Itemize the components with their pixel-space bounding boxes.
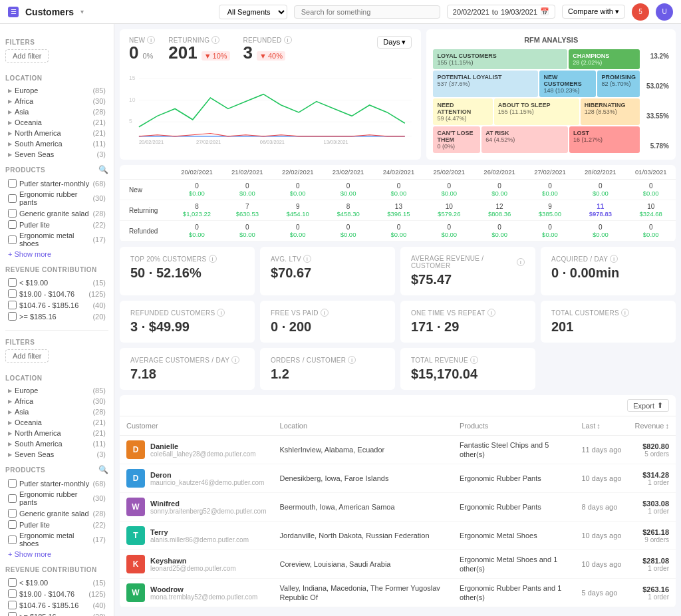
refunded-cust-label: REFUNDED CUSTOMERS i — [130, 309, 244, 317]
products-cell: Ergonomic Rubber Pants — [453, 493, 575, 522]
products2-search-icon[interactable]: 🔍 — [98, 465, 108, 474]
free-vs-paid-info-icon[interactable]: i — [321, 309, 329, 317]
search-input[interactable] — [294, 5, 440, 19]
rfm-section: RFM ANALYSIS LOYAL CUSTOMERS 155 (11.15%… — [426, 29, 676, 160]
location2-label: LOCATION — [5, 375, 108, 382]
export-button[interactable]: Export ⬆ — [627, 399, 669, 412]
one-time-card: ONE TIME VS REPEAT i 171 · 29 — [400, 301, 535, 343]
days-button[interactable]: Days ▾ — [377, 36, 412, 49]
sidebar-location-item[interactable]: ▶Europe(85) — [5, 85, 108, 96]
orders-per-cust-value: 1.2 — [271, 367, 384, 382]
sidebar-location-item[interactable]: ▶Seven Seas(3) — [5, 149, 108, 160]
one-time-label: ONE TIME VS REPEAT i — [411, 309, 525, 317]
total-rev-info-icon[interactable]: i — [470, 356, 478, 364]
date-grid-cell: 0$0.00 — [373, 221, 424, 241]
avg-per-day-label: AVERAGE CUSTOMERS / DAY i — [130, 356, 244, 364]
products-search-icon[interactable]: 🔍 — [98, 165, 108, 174]
sidebar-location-item[interactable]: ▶Oceania(21) — [5, 417, 108, 428]
svg-text:06/03/2021: 06/03/2021 — [260, 139, 285, 145]
avg-per-day-info-icon[interactable]: i — [231, 356, 239, 364]
refunded-cust-value: 3 · $49.99 — [130, 319, 244, 335]
add-filter2-button[interactable]: Add filter — [5, 349, 49, 363]
sidebar-product-item: Putler starter-monthly(68) — [5, 178, 108, 189]
orders-per-cust-info-icon[interactable]: i — [348, 356, 356, 364]
top20-info-icon[interactable]: i — [209, 255, 217, 263]
sidebar-location-item[interactable]: ▶North America(21) — [5, 128, 108, 138]
filters2-label: FILTERS — [5, 339, 108, 346]
show-more-link[interactable]: + Show more — [5, 249, 108, 259]
compare-button[interactable]: Compare with ▾ — [562, 5, 625, 19]
date-grid-cell: 0$0.00 — [373, 180, 424, 200]
customer-table-row[interactable]: K Keyshawn leonard25@demo.putler.com Cor… — [120, 550, 676, 579]
segment-select[interactable]: All Segments — [219, 5, 287, 19]
acquired-info-icon[interactable]: i — [610, 255, 618, 263]
line-chart: 15 10 5 — [129, 65, 412, 145]
customer-table-row[interactable]: D Danielle cole6all_lahey28@demo.putler.… — [120, 436, 676, 464]
last-cell: 10 days ago — [575, 550, 628, 579]
col-last-header[interactable]: Last ↕ — [575, 416, 628, 436]
avg-per-day-card: AVERAGE CUSTOMERS / DAY i 7.18 — [120, 348, 255, 390]
notification-button[interactable]: 5 — [632, 3, 649, 21]
sidebar-product-item: Ergonomic metal shoes(17) — [5, 530, 108, 549]
customer-avatar: D — [126, 469, 145, 488]
sidebar-location-item[interactable]: ▶South America(11) — [5, 438, 108, 449]
header: ☰ Customers ▾ All Segments 20/02/2021 to… — [0, 0, 681, 24]
sidebar-location-item[interactable]: ▶Asia(28) — [5, 106, 108, 117]
product-list: Putler starter-monthly(68)Ergonomic rubb… — [5, 178, 108, 249]
customer-table-row[interactable]: W Winifred sonny.braitenberg52@demo.putl… — [120, 493, 676, 522]
sidebar-location-item[interactable]: ▶Seven Seas(3) — [5, 449, 108, 460]
sidebar-revenue-item: < $19.00(15) — [5, 277, 108, 288]
products-cell: Fantastic Steel Chips and 5 other(s) — [453, 436, 575, 464]
new-info-icon[interactable]: i — [147, 36, 155, 44]
revenue-cell: $263.16 1 order — [628, 579, 676, 607]
total-cust-info-icon[interactable]: i — [621, 309, 629, 317]
sidebar-location-item[interactable]: ▶Asia(28) — [5, 406, 108, 417]
location-label: LOCATION — [5, 75, 108, 82]
sidebar-location-item[interactable]: ▶Oceania(21) — [5, 117, 108, 128]
date-grid-cell: 0$0.00 — [424, 180, 474, 200]
title-chevron-icon: ▾ — [80, 8, 84, 15]
date-range-picker[interactable]: 20/02/2021 to 19/03/2021 📅 — [447, 5, 555, 19]
sidebar-location-item[interactable]: ▶Europe(85) — [5, 385, 108, 396]
date-grid-cell: 10$579.26 — [424, 200, 474, 221]
customer-table-row[interactable]: T Terry alanis.miller86@demo.putler.com … — [120, 522, 676, 550]
sidebar-location-item[interactable]: ▶Africa(30) — [5, 396, 108, 406]
sidebar-location-item[interactable]: ▶North America(21) — [5, 428, 108, 438]
metrics-row-3: AVERAGE CUSTOMERS / DAY i 7.18 ORDERS / … — [120, 348, 676, 390]
avg-ltv-card: AVG. LTV i $70.67 — [260, 247, 395, 295]
returning-info-icon[interactable]: i — [211, 36, 219, 44]
svg-text:27/02/2021: 27/02/2021 — [196, 139, 221, 145]
refunded-info-icon[interactable]: i — [284, 36, 292, 44]
avg-ltv-info-icon[interactable]: i — [303, 255, 311, 263]
date-grid-row-label: Refunded — [120, 221, 172, 241]
customer-table-row[interactable]: D Deron mauricio_kautzer46@demo.putler.c… — [120, 464, 676, 493]
date-grid-cell: 9$454.10 — [273, 200, 323, 221]
show-more2-link[interactable]: + Show more — [5, 549, 108, 559]
customer-avatar: W — [126, 583, 145, 602]
new-stat-group: NEW i 0 0% — [129, 36, 155, 61]
one-time-info-icon[interactable]: i — [487, 309, 495, 317]
rfm-at-risk: AT RISK 64 (4.52%) — [481, 126, 568, 153]
returning-change: ▼ 10% — [202, 51, 230, 61]
customer-table-row[interactable]: W Woodrow mona.tremblay52@demo.putler.co… — [120, 579, 676, 607]
top20-card: TOP 20% CUSTOMERS i 50 · 52.16% — [120, 247, 255, 295]
add-filter-button[interactable]: Add filter — [5, 49, 49, 63]
location-cell: Denesikberg, Iowa, Faroe Islands — [273, 464, 453, 493]
location-cell: Beermouth, Iowa, American Samoa — [273, 493, 453, 522]
user-avatar[interactable]: U — [656, 3, 673, 21]
col-revenue-header[interactable]: Revenue ↕ — [628, 416, 676, 436]
metrics-section: TOP 20% CUSTOMERS i 50 · 52.16% AVG. LTV… — [120, 247, 676, 390]
location-list: ▶Europe(85)▶Africa(30)▶Asia(28)▶Oceania(… — [5, 85, 108, 160]
sidebar-location-item[interactable]: ▶Africa(30) — [5, 96, 108, 106]
sidebar-product-item: Putler lite(22) — [5, 219, 108, 230]
date-grid-cell: 13$396.15 — [373, 200, 424, 221]
date-grid-cell: 0$0.00 — [273, 221, 323, 241]
rfm-hibernating: HIBERNATING 128 (8.53%) — [581, 98, 640, 125]
avg-rev-info-icon[interactable]: i — [517, 258, 525, 266]
refunded-cust-info-icon[interactable]: i — [217, 309, 225, 317]
product2-list: Putler starter-monthly(68)Ergonomic rubb… — [5, 478, 108, 549]
customer-cell: K Keyshawn leonard25@demo.putler.com — [120, 550, 273, 579]
sidebar-revenue-item: $19.00 - $104.76(125) — [5, 288, 108, 299]
date-grid-cell: 0$0.00 — [172, 221, 222, 241]
sidebar-location-item[interactable]: ▶South America(11) — [5, 138, 108, 149]
